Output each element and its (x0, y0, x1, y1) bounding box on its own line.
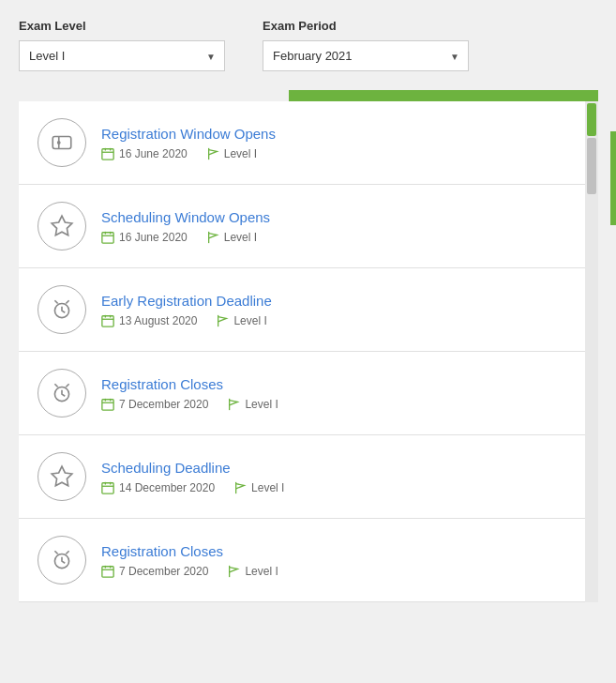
calendar-icon (101, 147, 114, 160)
flag-icon (227, 398, 240, 411)
level-text: Level I (233, 314, 266, 327)
item-title[interactable]: Registration Window Opens (101, 126, 566, 142)
meta-level: Level I (227, 565, 278, 578)
meta-level: Level I (206, 147, 257, 160)
meta-date: 13 August 2020 (101, 314, 197, 327)
svg-line-37 (54, 551, 57, 554)
meta-level: Level I (227, 398, 278, 411)
green-accent-bar (289, 90, 598, 101)
exam-level-label: Exam Level (19, 19, 225, 33)
page-wrapper: Exam Level Level I Level II Level III Ex… (0, 0, 616, 602)
exam-period-select-wrapper: February 2021 May 2021 August 2021 Novem… (263, 40, 469, 71)
svg-line-23 (54, 384, 57, 387)
list-item: Scheduling Window Opens 16 June 2020 Lev… (19, 185, 585, 268)
item-content: Early Registration Deadline 13 August 20… (101, 293, 566, 327)
calendar-icon (101, 565, 114, 578)
svg-rect-0 (53, 137, 71, 149)
level-text: Level I (224, 231, 257, 244)
scrollbar-thumb-gray (587, 138, 596, 194)
list-item: Registration Closes 7 December 2020 Leve… (19, 519, 585, 602)
flag-icon (206, 147, 219, 160)
meta-level: Level I (216, 314, 266, 327)
svg-marker-8 (52, 216, 72, 235)
svg-rect-17 (102, 315, 113, 326)
date-text: 13 August 2020 (119, 314, 197, 327)
svg-rect-31 (102, 482, 113, 493)
calendar-icon (101, 481, 114, 494)
meta-date: 14 December 2020 (101, 481, 215, 494)
svg-line-16 (66, 300, 68, 303)
list-container: Registration Window Opens 16 June 2020 L… (19, 101, 585, 602)
item-title[interactable]: Registration Closes (101, 543, 566, 559)
svg-rect-39 (102, 566, 113, 576)
svg-rect-9 (102, 232, 113, 242)
svg-line-38 (66, 551, 68, 554)
star-icon-circle (38, 202, 86, 250)
list-item: Registration Window Opens 16 June 2020 L… (19, 101, 585, 185)
exam-level-select-wrapper: Level I Level II Level III (19, 40, 225, 71)
date-text: 7 December 2020 (119, 398, 208, 411)
calendar-icon (101, 398, 114, 411)
alarm-icon-circle (38, 369, 86, 417)
filters-section: Exam Level Level I Level II Level III Ex… (19, 19, 597, 71)
svg-point-2 (58, 142, 60, 144)
exam-level-group: Exam Level Level I Level II Level III (19, 19, 225, 71)
item-meta: 7 December 2020 Level I (101, 565, 566, 578)
meta-level: Level I (233, 481, 284, 494)
exam-level-select[interactable]: Level I Level II Level III (19, 40, 225, 71)
svg-rect-3 (102, 148, 113, 159)
item-content: Registration Window Opens 16 June 2020 L… (101, 126, 566, 160)
item-content: Scheduling Window Opens 16 June 2020 Lev… (101, 209, 566, 244)
level-text: Level I (245, 398, 278, 411)
item-meta: 16 June 2020 Level I (101, 231, 566, 244)
meta-date: 16 June 2020 (101, 231, 188, 244)
alarm-icon-circle (38, 285, 86, 334)
item-title[interactable]: Early Registration Deadline (101, 293, 566, 309)
star-icon-circle (38, 452, 86, 501)
item-title[interactable]: Scheduling Window Opens (101, 209, 566, 225)
exam-period-select[interactable]: February 2021 May 2021 August 2021 Novem… (263, 40, 469, 71)
meta-date: 16 June 2020 (101, 147, 188, 160)
list-item: Scheduling Deadline 14 December 2020 Lev… (19, 435, 585, 519)
item-meta: 13 August 2020 Level I (101, 314, 566, 327)
item-meta: 14 December 2020 Level I (101, 481, 566, 494)
item-content: Registration Closes 7 December 2020 Leve… (101, 376, 566, 411)
flag-icon (227, 565, 240, 578)
svg-line-15 (54, 300, 57, 303)
item-title[interactable]: Registration Closes (101, 376, 566, 392)
item-meta: 7 December 2020 Level I (101, 398, 566, 411)
scrollbar-thumb-green (587, 103, 596, 136)
svg-line-24 (66, 384, 68, 387)
scrollbar-track[interactable] (585, 101, 598, 602)
right-green-bar (610, 131, 616, 225)
level-text: Level I (245, 565, 278, 578)
meta-date: 7 December 2020 (101, 565, 208, 578)
flag-icon (233, 481, 247, 494)
date-text: 16 June 2020 (119, 147, 188, 160)
list-item: Registration Closes 7 December 2020 Leve… (19, 352, 585, 435)
item-content: Registration Closes 7 December 2020 Leve… (101, 543, 566, 578)
item-title[interactable]: Scheduling Deadline (101, 460, 566, 476)
calendar-icon (101, 231, 114, 244)
list-item: Early Registration Deadline 13 August 20… (19, 268, 585, 352)
meta-date: 7 December 2020 (101, 398, 208, 411)
flag-icon (216, 314, 229, 327)
exam-period-label: Exam Period (263, 19, 469, 33)
svg-marker-30 (52, 466, 72, 486)
level-text: Level I (224, 147, 257, 160)
content-box: Registration Window Opens 16 June 2020 L… (19, 101, 598, 602)
meta-level: Level I (206, 231, 257, 244)
flag-icon (206, 231, 219, 244)
item-meta: 16 June 2020 Level I (101, 147, 566, 160)
date-text: 7 December 2020 (119, 565, 208, 578)
item-content: Scheduling Deadline 14 December 2020 Lev… (101, 460, 566, 494)
ticket-icon-circle (38, 118, 86, 167)
level-text: Level I (251, 481, 284, 494)
exam-period-group: Exam Period February 2021 May 2021 Augus… (263, 19, 469, 71)
svg-rect-25 (102, 399, 113, 409)
calendar-icon (101, 314, 114, 327)
date-text: 14 December 2020 (119, 481, 215, 494)
date-text: 16 June 2020 (119, 231, 188, 244)
alarm-icon-circle (38, 536, 86, 584)
